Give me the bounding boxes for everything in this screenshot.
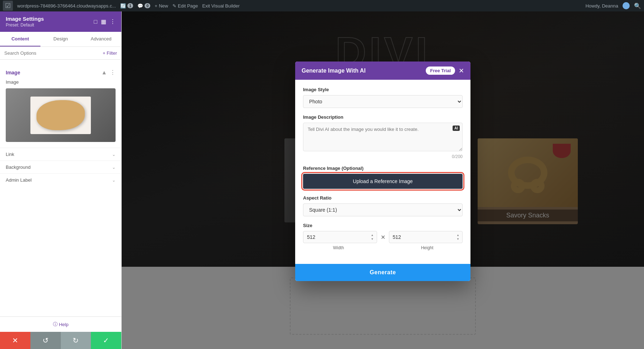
sidebar-action-bar: ✕ ↺ ↻ ✓ bbox=[0, 332, 121, 349]
link-label: Link bbox=[6, 152, 14, 157]
width-input-wrap: ▲ ▼ bbox=[303, 231, 377, 243]
sidebar-header-icons: □ ▦ ⋮ bbox=[94, 18, 116, 25]
food-donut-shape bbox=[36, 100, 85, 130]
exit-builder-link[interactable]: Exit Visual Builder bbox=[202, 3, 240, 9]
description-textarea[interactable] bbox=[303, 123, 463, 151]
image-sub-label: Image bbox=[6, 79, 19, 85]
cancel-button[interactable]: ✕ bbox=[0, 332, 30, 349]
image-section-icons: ▲ ⋮ bbox=[101, 69, 116, 76]
food-image-placeholder bbox=[30, 97, 91, 134]
ai-badge: AI bbox=[453, 126, 460, 131]
redo-button[interactable]: ↻ bbox=[61, 332, 91, 349]
background-section-row[interactable]: Background ⌄ bbox=[0, 161, 121, 173]
edit-page-link[interactable]: ✎ Edit Page bbox=[172, 3, 198, 9]
height-input[interactable] bbox=[389, 231, 463, 243]
help-circle-icon: ⓘ bbox=[53, 321, 58, 328]
ai-dialog-header: Generate Image With AI Free Trial ✕ bbox=[295, 62, 470, 80]
height-spinners: ▲ ▼ bbox=[455, 234, 461, 241]
wp-logo-icon[interactable]: ☑ bbox=[3, 1, 13, 11]
help-button[interactable]: ⓘ Help bbox=[53, 321, 69, 328]
image-preview-bg bbox=[6, 88, 116, 142]
height-decrement[interactable]: ▼ bbox=[455, 237, 461, 241]
admin-label-chevron-icon: ⌄ bbox=[112, 178, 116, 183]
image-section-header[interactable]: Image ▲ ⋮ bbox=[0, 65, 121, 79]
height-label: Height bbox=[392, 245, 463, 250]
free-trial-badge[interactable]: Free Trial bbox=[426, 67, 455, 75]
ai-generate-dialog: Generate Image With AI Free Trial ✕ Imag… bbox=[295, 62, 470, 281]
tab-advanced[interactable]: Advanced bbox=[81, 32, 121, 46]
sidebar-title: Image Settings bbox=[6, 16, 44, 22]
ai-dialog-title: Generate Image With AI bbox=[302, 68, 366, 74]
tab-design[interactable]: Design bbox=[40, 32, 81, 46]
section-more-icon[interactable]: ⋮ bbox=[110, 69, 116, 76]
background-chevron-icon: ⌄ bbox=[112, 165, 116, 170]
reference-image-group: Reference Image (Optional) Upload a Refe… bbox=[303, 166, 463, 189]
aspect-ratio-select[interactable]: Square (1:1) bbox=[303, 203, 463, 216]
width-decrement[interactable]: ▼ bbox=[369, 237, 376, 241]
char-count: 0/200 bbox=[303, 154, 463, 159]
main-layout: Image Settings Preset: Default □ ▦ ⋮ Con… bbox=[0, 0, 644, 349]
user-avatar[interactable] bbox=[623, 2, 630, 9]
image-section-title: Image bbox=[6, 70, 20, 75]
link-chevron-icon: ⌄ bbox=[112, 152, 116, 157]
wp-admin-bar: ☑ wordpress-784896-3766464.cloudwaysapps… bbox=[0, 0, 644, 11]
size-group: Size ▲ ▼ ✕ bbox=[303, 223, 463, 250]
fullscreen-icon[interactable]: □ bbox=[94, 19, 97, 25]
columns-icon[interactable]: ▦ bbox=[101, 18, 106, 25]
image-description-label: Image Description bbox=[303, 114, 463, 120]
collapse-icon[interactable]: ▲ bbox=[101, 69, 107, 76]
height-input-wrap: ▲ ▼ bbox=[389, 231, 463, 243]
ai-dialog-body: Image Style Photo Image Description AI 0… bbox=[295, 80, 470, 264]
size-labels-row: Width Height bbox=[303, 245, 463, 250]
size-label-spacer bbox=[377, 245, 388, 250]
filter-button[interactable]: + Filter bbox=[103, 50, 117, 56]
modal-overlay: Generate Image With AI Free Trial ✕ Imag… bbox=[122, 11, 644, 349]
site-name[interactable]: wordpress-784896-3766464.cloudwaysapps.c… bbox=[17, 3, 116, 9]
description-textarea-wrapper: AI bbox=[303, 123, 463, 153]
link-section-row[interactable]: Link ⌄ bbox=[0, 148, 121, 161]
image-preview[interactable] bbox=[6, 88, 116, 142]
width-input[interactable] bbox=[303, 231, 377, 243]
new-menu[interactable]: + New bbox=[155, 3, 168, 9]
ai-dialog-header-actions: Free Trial ✕ bbox=[426, 67, 464, 75]
size-multiplier-icon: ✕ bbox=[381, 234, 385, 241]
save-button[interactable]: ✓ bbox=[91, 332, 121, 349]
background-label: Background bbox=[6, 164, 30, 170]
width-spinners: ▲ ▼ bbox=[369, 234, 376, 241]
width-increment[interactable]: ▲ bbox=[369, 234, 376, 237]
image-preview-area: Image bbox=[0, 79, 121, 148]
updates-item[interactable]: 🔄 1 bbox=[120, 3, 133, 9]
image-style-group: Image Style Photo bbox=[303, 87, 463, 108]
reference-image-label: Reference Image (Optional) bbox=[303, 166, 463, 171]
more-icon[interactable]: ⋮ bbox=[110, 18, 116, 25]
aspect-ratio-group: Aspect Ratio Square (1:1) bbox=[303, 195, 463, 216]
sidebar-preset: Preset: Default bbox=[6, 23, 44, 28]
howdy-label: Howdy, Deanna bbox=[585, 3, 618, 9]
undo-button[interactable]: ↺ bbox=[30, 332, 61, 349]
size-label: Size bbox=[303, 223, 463, 228]
sidebar-tabs: Content Design Advanced bbox=[0, 32, 121, 47]
sidebar-header: Image Settings Preset: Default □ ▦ ⋮ bbox=[0, 11, 121, 32]
size-inputs-row: ▲ ▼ ✕ ▲ ▼ bbox=[303, 231, 463, 243]
page-canvas: DIVI Savory Snacks ••• bbox=[122, 11, 644, 349]
generate-button[interactable]: Generate bbox=[295, 264, 470, 281]
width-label: Width bbox=[303, 245, 374, 250]
aspect-ratio-label: Aspect Ratio bbox=[303, 195, 463, 201]
sidebar-footer: ⓘ Help bbox=[0, 316, 121, 332]
close-dialog-button[interactable]: ✕ bbox=[459, 67, 464, 75]
search-icon[interactable]: 🔍 bbox=[634, 3, 641, 9]
image-style-label: Image Style bbox=[303, 87, 463, 92]
divi-settings-sidebar: Image Settings Preset: Default □ ▦ ⋮ Con… bbox=[0, 11, 122, 349]
sidebar-content: Image ▲ ⋮ Image bbox=[0, 60, 121, 316]
sidebar-search-bar: + Filter bbox=[0, 47, 121, 60]
admin-label-label: Admin Label bbox=[6, 177, 31, 183]
image-style-select[interactable]: Photo bbox=[303, 95, 463, 108]
image-description-group: Image Description AI 0/200 bbox=[303, 114, 463, 159]
comments-item[interactable]: 💬 0 bbox=[137, 3, 150, 9]
upload-reference-button[interactable]: Upload a Reference Image bbox=[303, 174, 463, 189]
admin-label-section-row[interactable]: Admin Label ⌄ bbox=[0, 173, 121, 186]
search-input[interactable] bbox=[4, 50, 100, 56]
tab-content[interactable]: Content bbox=[0, 32, 40, 46]
height-increment[interactable]: ▲ bbox=[455, 234, 461, 237]
